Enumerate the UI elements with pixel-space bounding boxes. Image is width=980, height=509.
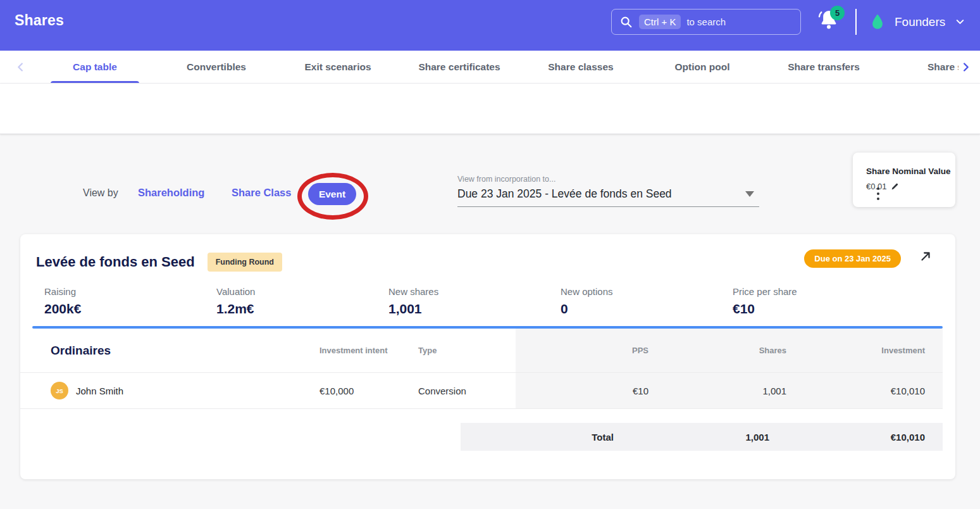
view-option-shareholding[interactable]: Shareholding [138, 187, 204, 199]
tab-share-classes[interactable]: Share classes [520, 51, 642, 84]
period-select-underline [457, 206, 759, 207]
section-tabbar: Cap table Convertibles Exit scenarios Sh… [0, 51, 980, 84]
period-select[interactable]: View from incorporation to... Due 23 Jan… [457, 175, 759, 207]
tab-convertibles[interactable]: Convertibles [156, 51, 277, 84]
view-controls-bar: View by Shareholding Share Class Event V… [0, 84, 980, 134]
search-shortcut-chip: Ctrl + K [639, 15, 681, 29]
event-stats: Raising 200k€ Valuation 1.2m€ New shares… [20, 286, 955, 317]
share-nominal-value-card: Share Nominal Value €0.01 [853, 153, 955, 207]
notification-count-badge: 5 [830, 6, 845, 20]
app-header: Shares Ctrl + K to search 5 Founders [0, 0, 980, 51]
cell-pps: €10 [516, 373, 648, 408]
tabs-scroll-right-icon[interactable] [958, 60, 972, 74]
due-date-badge: Due on 23 Jan 2025 [804, 249, 901, 268]
period-select-label: View from incorporation to... [457, 175, 759, 184]
col-investment-intent: Investment intent [319, 329, 418, 372]
table-header-row: Ordinaires Investment intent Type PPS Sh… [20, 329, 943, 372]
col-type: Type [418, 329, 516, 372]
total-shares: 1,001 [614, 423, 769, 451]
stat-price-per-share: Price per share €10 [733, 286, 905, 317]
cell-shares: 1,001 [648, 373, 786, 408]
col-shares: Shares [648, 329, 786, 372]
cell-investment: €10,010 [786, 373, 943, 408]
tab-share-transfers[interactable]: Share transfers [763, 51, 884, 84]
droplet-icon [869, 13, 886, 31]
view-option-event-button[interactable]: Event [308, 183, 356, 205]
cell-type: Conversion [418, 373, 516, 408]
view-option-share-class[interactable]: Share Class [232, 187, 291, 199]
event-type-badge: Funding Round [208, 253, 282, 272]
table-total-row: Total 1,001 €10,010 [461, 423, 943, 451]
kebab-menu-icon[interactable] [873, 185, 883, 202]
col-investment: Investment [786, 329, 943, 372]
tab-option-pool[interactable]: Option pool [642, 51, 763, 84]
total-investment: €10,010 [769, 423, 943, 451]
stat-new-options: New options 0 [561, 286, 733, 317]
search-icon [619, 15, 633, 29]
total-label: Total [461, 423, 614, 451]
stat-valuation: Valuation 1.2m€ [216, 286, 388, 317]
shareholder-name: John Smith [76, 386, 123, 396]
tabs-scroll-left-icon[interactable] [14, 60, 28, 74]
edit-pencil-icon[interactable] [891, 182, 899, 191]
period-select-value: Due 23 Jan 2025 - Levée de fonds en Seed [457, 187, 759, 201]
event-title: Levée de fonds en Seed [36, 254, 195, 270]
caret-down-icon [745, 191, 754, 197]
tab-cap-table[interactable]: Cap table [34, 51, 156, 84]
search-input[interactable]: Ctrl + K to search [611, 9, 801, 35]
avatar: JS [51, 382, 68, 399]
header-divider [855, 9, 857, 35]
table-row[interactable]: JS John Smith €10,000 Conversion €10 1,0… [20, 372, 943, 409]
view-by-label: View by [83, 187, 118, 199]
share-class-group-title: Ordinaires [20, 329, 319, 372]
tabs-strip: Cap table Convertibles Exit scenarios Sh… [34, 51, 980, 84]
app-title: Shares [15, 12, 64, 29]
col-pps: PPS [516, 329, 648, 372]
notifications-button[interactable]: 5 [817, 7, 845, 36]
search-placeholder: to search [686, 16, 726, 27]
account-name: Founders [895, 15, 945, 29]
nominal-value-title: Share Nominal Value [866, 167, 955, 176]
cell-investment-intent: €10,000 [319, 373, 418, 408]
account-menu[interactable]: Founders [869, 9, 966, 35]
stat-new-shares: New shares 1,001 [388, 286, 561, 317]
funding-event-card: Levée de fonds en Seed Funding Round Due… [20, 234, 955, 479]
chevron-down-icon [954, 16, 966, 28]
external-link-icon[interactable] [919, 249, 933, 263]
tab-exit-scenarios[interactable]: Exit scenarios [277, 51, 399, 84]
stat-raising: Raising 200k€ [44, 286, 216, 317]
tab-share-certificates[interactable]: Share certificates [399, 51, 520, 84]
